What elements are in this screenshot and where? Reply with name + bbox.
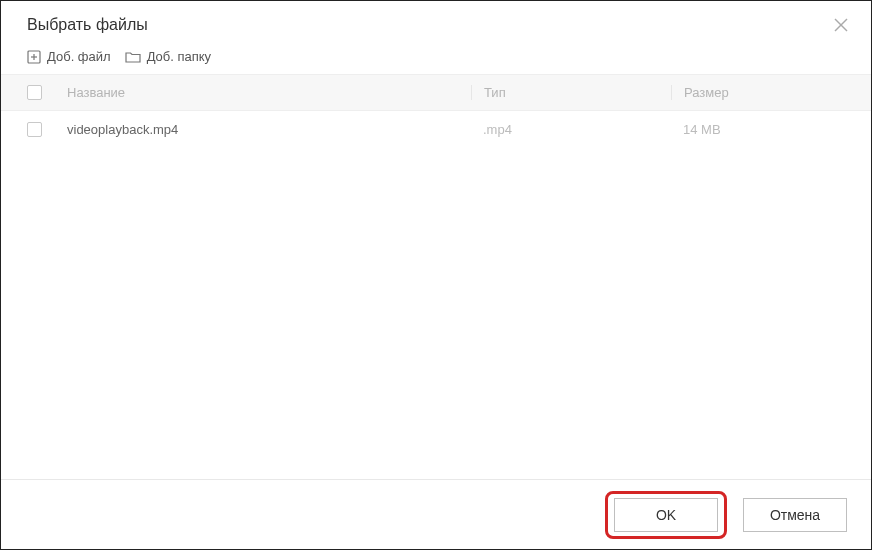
add-folder-label: Доб. папку [147, 49, 212, 64]
list-body: videoplayback.mp4 .mp4 14 MB [1, 111, 871, 479]
close-button[interactable] [831, 15, 851, 35]
select-files-dialog: Выбрать файлы Доб. файл Доб. папку Назва… [0, 0, 872, 550]
add-file-icon [27, 50, 41, 64]
add-file-label: Доб. файл [47, 49, 111, 64]
list-header: Название Тип Размер [1, 75, 871, 111]
add-folder-button[interactable]: Доб. папку [125, 49, 212, 64]
add-folder-icon [125, 50, 141, 64]
dialog-footer: OK Отмена [1, 479, 871, 549]
ok-button[interactable]: OK [614, 498, 718, 532]
column-header-type[interactable]: Тип [471, 85, 671, 100]
cell-size: 14 MB [671, 122, 871, 137]
dialog-title: Выбрать файлы [27, 16, 148, 34]
cell-type: .mp4 [471, 122, 671, 137]
column-header-name[interactable]: Название [61, 85, 471, 100]
column-header-size[interactable]: Размер [671, 85, 871, 100]
cell-name: videoplayback.mp4 [61, 122, 471, 137]
row-checkbox[interactable] [27, 122, 42, 137]
add-file-button[interactable]: Доб. файл [27, 49, 111, 64]
table-row[interactable]: videoplayback.mp4 .mp4 14 MB [1, 111, 871, 147]
dialog-header: Выбрать файлы [1, 1, 871, 45]
select-all-checkbox[interactable] [27, 85, 42, 100]
ok-highlight: OK [605, 491, 727, 539]
cancel-button[interactable]: Отмена [743, 498, 847, 532]
close-icon [834, 18, 848, 32]
toolbar: Доб. файл Доб. папку [1, 45, 871, 75]
